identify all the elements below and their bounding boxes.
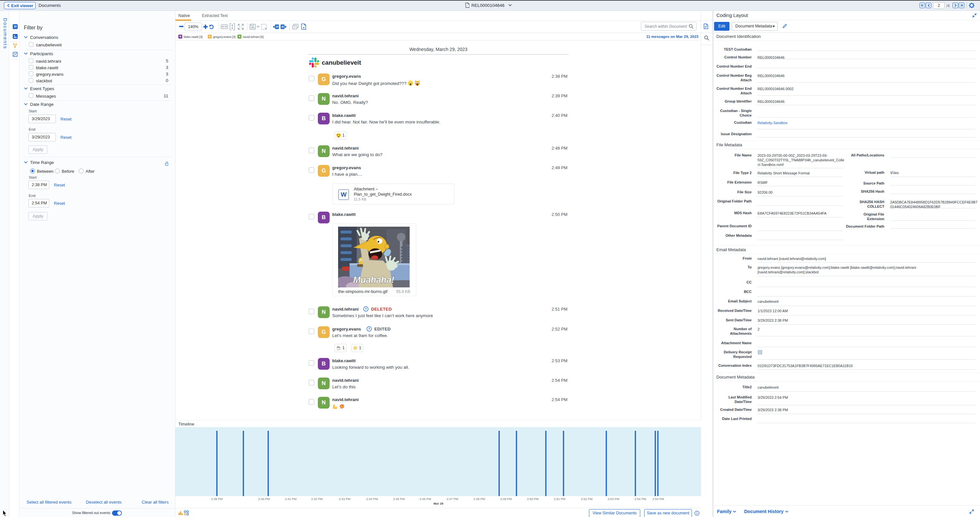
- svg-text:Muahaha!: Muahaha!: [353, 275, 394, 285]
- svg-text:H: H: [276, 25, 278, 29]
- svg-text:H: H: [14, 24, 17, 29]
- svg-text:A: A: [303, 27, 304, 29]
- svg-text:?: ?: [368, 327, 370, 331]
- svg-text:?: ?: [365, 307, 367, 310]
